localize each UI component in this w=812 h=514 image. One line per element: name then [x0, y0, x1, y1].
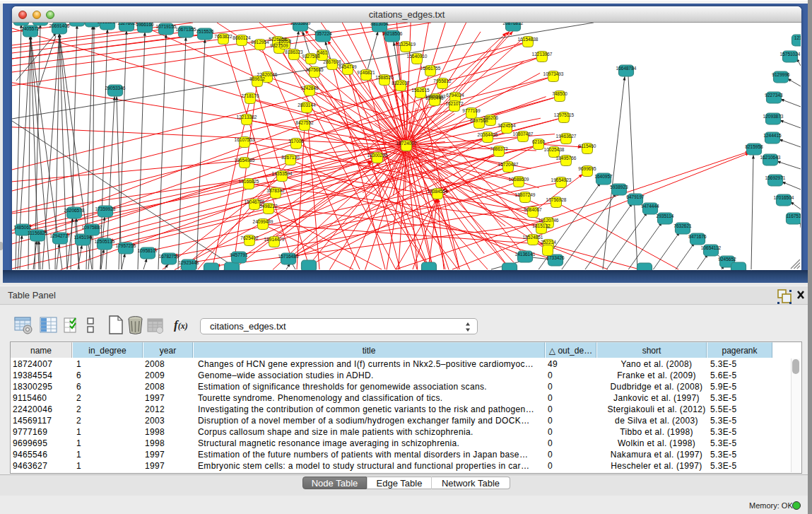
- svg-text:10756928: 10756928: [546, 197, 567, 202]
- svg-text:15720487: 15720487: [498, 162, 519, 167]
- svg-text:19384554: 19384554: [428, 189, 448, 194]
- svg-text:10958107: 10958107: [138, 248, 158, 253]
- svg-text:20691406: 20691406: [49, 23, 70, 28]
- svg-text:11156829: 11156829: [28, 230, 47, 235]
- svg-text:9474444: 9474444: [641, 204, 659, 209]
- svg-text:19166825: 19166825: [239, 179, 259, 184]
- svg-text:20206578: 20206578: [64, 208, 85, 213]
- svg-text:6479197: 6479197: [626, 194, 645, 199]
- svg-text:8427552: 8427552: [295, 120, 314, 125]
- svg-text:1145194: 1145194: [74, 235, 92, 240]
- svg-text:7632621: 7632621: [673, 223, 692, 228]
- svg-text:9129996: 9129996: [772, 72, 790, 77]
- svg-text:16782759: 16782759: [159, 254, 180, 259]
- svg-text:5938923: 5938923: [610, 185, 628, 189]
- svg-text:5461: 5461: [317, 50, 328, 55]
- svg-text:1815132: 1815132: [532, 223, 551, 228]
- svg-text:12213382: 12213382: [237, 115, 257, 119]
- svg-text:16914479: 16914479: [264, 237, 285, 242]
- svg-text:8660124: 8660124: [233, 35, 251, 40]
- svg-text:29053346: 29053346: [105, 86, 126, 90]
- svg-text:24099489: 24099489: [253, 219, 273, 224]
- svg-text:9777169: 9777169: [462, 108, 481, 113]
- svg-text:20876812: 20876812: [503, 23, 524, 25]
- svg-text:10120746: 10120746: [539, 218, 559, 223]
- svg-text:3878342: 3878342: [266, 188, 285, 193]
- svg-text:1733426: 1733426: [546, 255, 565, 260]
- svg-text:1485061: 1485061: [13, 225, 32, 230]
- svg-text:2718176: 2718176: [241, 93, 259, 98]
- svg-text:12923448: 12923448: [179, 260, 199, 265]
- svg-text:7986372: 7986372: [490, 146, 508, 151]
- svg-text:18807249: 18807249: [515, 192, 536, 197]
- svg-text:9115460: 9115460: [579, 144, 596, 148]
- svg-text:8454749: 8454749: [339, 64, 357, 69]
- svg-text:19463627: 19463627: [556, 134, 577, 139]
- svg-text:2867608: 2867608: [323, 59, 341, 64]
- svg-text:18300295: 18300295: [367, 153, 388, 158]
- svg-text:748500: 748500: [552, 91, 567, 96]
- svg-text:1244415: 1244415: [763, 133, 782, 138]
- svg-text:252214: 252214: [541, 240, 556, 245]
- svg-text:15751024: 15751024: [780, 52, 801, 57]
- svg-text:8267130: 8267130: [281, 155, 300, 160]
- svg-text:19654985: 19654985: [235, 158, 255, 163]
- svg-text:7663822: 7663822: [214, 34, 233, 39]
- svg-text:12093873: 12093873: [763, 114, 784, 119]
- svg-text:10025438: 10025438: [544, 147, 565, 152]
- svg-text:10975887: 10975887: [82, 225, 102, 230]
- svg-text:1527602: 1527602: [117, 23, 136, 25]
- svg-text:2405572: 2405572: [21, 26, 40, 31]
- svg-text:19654923: 19654923: [551, 177, 572, 182]
- svg-text:18524851: 18524851: [523, 235, 543, 240]
- svg-text:15640910: 15640910: [407, 54, 428, 59]
- svg-text:12942737: 12942737: [50, 233, 71, 238]
- svg-text:8215958: 8215958: [745, 144, 763, 149]
- svg-text:989612: 989612: [249, 76, 265, 81]
- svg-text:10807487: 10807487: [513, 132, 534, 136]
- svg-text:16961755: 16961755: [420, 66, 441, 71]
- svg-text:17016504: 17016504: [774, 195, 794, 200]
- svg-text:8471676: 8471676: [688, 234, 707, 239]
- svg-text:8322037: 8322037: [392, 81, 410, 86]
- svg-text:7357224: 7357224: [314, 31, 332, 36]
- svg-text:16033809: 16033809: [290, 23, 311, 25]
- svg-text:17957255: 17957255: [116, 243, 136, 248]
- svg-text:17359928: 17359928: [95, 206, 116, 211]
- svg-text:10719155: 10719155: [156, 24, 177, 29]
- svg-text:1621072: 1621072: [445, 101, 464, 106]
- svg-text:2935114: 2935114: [657, 214, 674, 218]
- svg-text:10973493: 10973493: [543, 71, 564, 76]
- svg-text:1588520: 1588520: [375, 75, 394, 80]
- svg-text:18495766: 18495766: [556, 156, 577, 160]
- svg-text:14353594: 14353594: [272, 171, 293, 176]
- svg-text:8186323: 8186323: [285, 49, 303, 54]
- svg-text:317006: 317006: [288, 139, 304, 144]
- svg-text:16154838: 16154838: [518, 37, 539, 42]
- svg-text:8912954: 8912954: [251, 40, 269, 45]
- svg-text:9327509: 9327509: [270, 43, 288, 48]
- svg-text:16107553: 16107553: [235, 137, 255, 142]
- svg-text:19218506: 19218506: [382, 31, 403, 36]
- svg-text:2803144: 2803144: [298, 103, 316, 107]
- svg-text:10654112: 10654112: [701, 245, 722, 250]
- svg-text:14136141: 14136141: [515, 252, 536, 257]
- svg-text:10671355: 10671355: [176, 27, 196, 32]
- svg-text:10653287: 10653287: [98, 23, 118, 24]
- svg-text:6794024: 6794024: [446, 93, 464, 98]
- svg-text:8813054: 8813054: [370, 23, 389, 26]
- svg-text:9457791: 9457791: [230, 252, 248, 257]
- svg-text:9084067: 9084067: [524, 207, 542, 212]
- svg-text:746206: 746206: [483, 115, 498, 120]
- svg-text:7515526: 7515526: [196, 29, 214, 34]
- svg-text:9699695: 9699695: [578, 166, 596, 171]
- svg-text:9227343: 9227343: [765, 93, 783, 98]
- svg-text:18724007: 18724007: [396, 141, 417, 146]
- svg-text:12505135: 12505135: [95, 239, 115, 244]
- svg-text:9146821: 9146821: [357, 70, 375, 75]
- svg-text:116753: 116753: [786, 214, 801, 218]
- svg-text:15716485: 15716485: [278, 254, 299, 259]
- svg-text:16210643: 16210643: [760, 155, 781, 160]
- svg-text:10688609: 10688609: [509, 177, 529, 182]
- svg-text:1640957: 1640957: [594, 174, 613, 179]
